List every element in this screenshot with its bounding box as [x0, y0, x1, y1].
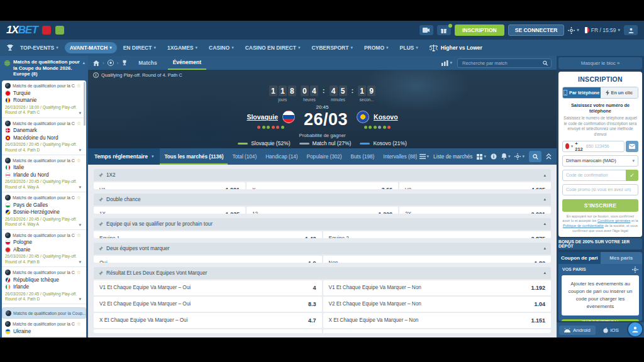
market-header[interactable]: Equipe qui va se qualifier pour le proch… — [94, 218, 551, 230]
bonus-banner[interactable]: BONUS DE 200% SUR VOTRE 1ER DÉPÔT — [558, 238, 642, 250]
hide-block-button[interactable]: Masquer le bloc » — [558, 57, 642, 69]
confirm-code-button[interactable]: ✓ — [626, 170, 638, 181]
tab-matchs[interactable]: Matchs — [133, 56, 162, 70]
brand-logo[interactable]: 1XBET — [6, 24, 38, 36]
sidebar-header[interactable]: Matchs de qualification pour la Coupe du… — [0, 56, 88, 80]
android-app-button[interactable]: Android — [559, 326, 596, 335]
odd-cell[interactable]: Equipe 22.875 — [323, 231, 552, 238]
tab-populaire[interactable]: Populaire (302) — [303, 148, 347, 165]
nav-1xgames[interactable]: 1XGAMES▾ — [162, 42, 203, 53]
match-search[interactable] — [457, 58, 552, 68]
list-item[interactable]: Matchs de qualification pour la Coup...☆… — [2, 230, 86, 267]
market-header[interactable]: Deux équipes vont marquer▴ — [94, 243, 551, 255]
pin-icon[interactable] — [99, 173, 103, 177]
tab-en-un-clic[interactable]: En un clic — [601, 87, 638, 98]
search-icon[interactable] — [543, 60, 548, 66]
search-input[interactable] — [461, 60, 540, 67]
list-item[interactable]: Matchs de qualification pour la Coup...☆… — [2, 118, 86, 155]
currency-select[interactable]: Dirham marocain (MAD)▾ — [562, 155, 638, 167]
odd-cell[interactable]: V2 Et Chaque Equipe Va Marquer – Non1.04 — [323, 297, 552, 312]
star-icon[interactable]: ☆ — [77, 83, 81, 89]
pin-icon[interactable] — [99, 222, 103, 226]
chevron-up-icon[interactable]: ▴ — [543, 221, 546, 226]
pin-icon[interactable] — [99, 246, 103, 251]
star-icon[interactable]: ☆ — [77, 321, 81, 327]
slip-inscription-button[interactable]: INSCRIPTION — [562, 319, 639, 321]
period-selector[interactable]: Temps réglementaire▾ — [88, 148, 160, 165]
market-list-label[interactable]: Liste de marchés — [433, 154, 472, 160]
list-item[interactable]: Matchs de qualification pour la Coup...☆… — [2, 319, 86, 337]
odd-cell[interactable]: 2X2.001 — [399, 207, 551, 214]
terms-link[interactable]: Conditions générales — [597, 219, 631, 222]
home-team-link[interactable]: Slovaquie — [247, 113, 278, 121]
chevron-down-icon[interactable]: ▾ — [571, 144, 574, 149]
tab-evenement[interactable]: Événement — [168, 56, 206, 70]
odd-cell[interactable]: Equipe 11.42 — [94, 231, 322, 238]
scrollbar[interactable] — [84, 82, 86, 126]
odd-cell[interactable]: V2 Et Chaque Equipe Va Marquer – Oui8.3 — [94, 297, 322, 312]
star-icon[interactable]: ☆ — [77, 195, 81, 200]
star-icon[interactable]: ☆ — [77, 233, 81, 238]
pin-icon[interactable] — [99, 271, 103, 275]
trophy-icon[interactable] — [121, 60, 128, 66]
badge-green-icon[interactable] — [55, 26, 64, 35]
list-item[interactable]: Matchs de qualification pour la Coup...☆… — [2, 267, 86, 304]
tab-intervalles[interactable]: Intervalles (88) — [379, 148, 416, 165]
away-team-link[interactable]: Kosovo — [374, 113, 398, 121]
tab-mes-paris[interactable]: Mes paris — [601, 252, 643, 264]
promo-code-input[interactable] — [562, 184, 638, 195]
chevron-down-icon[interactable]: ▾ — [79, 297, 81, 302]
info-button[interactable] — [491, 153, 497, 160]
phone-field[interactable]: ▾ + 212 — [562, 141, 625, 152]
nav-casino-live[interactable]: CASINO EN DIRECT▾ — [240, 42, 306, 53]
register-button[interactable]: S'INSCRIRE — [562, 199, 638, 212]
video-button[interactable] — [419, 25, 433, 35]
phone-input[interactable] — [585, 143, 621, 149]
privacy-link[interactable]: Politique de confidentialité — [563, 224, 604, 228]
alerts-menu[interactable]: ▾ — [501, 153, 511, 160]
list-item-selected[interactable]: Matchs de qualification pour la Coup...☆… — [2, 307, 86, 319]
odd-cell[interactable]: V24.625 — [399, 182, 551, 189]
market-search-button[interactable] — [529, 151, 541, 162]
odd-cell[interactable]: X Et Chaque Equipe Va Marquer – Oui4.7 — [94, 313, 322, 328]
view-menu[interactable]: ▾ — [419, 154, 430, 159]
odd-cell[interactable]: 1X Et Chaque Equipe Va Marquer – Non1.54 — [323, 329, 552, 334]
tab-par-telephone[interactable]: Par téléphone — [563, 87, 601, 98]
ios-app-button[interactable]: iOS — [598, 326, 624, 335]
nav-higher-vs-lower[interactable]: Higher vs Lower — [430, 45, 482, 52]
nav-en-direct[interactable]: EN DIRECT▾ — [118, 42, 161, 53]
odd-cell[interactable]: X3.66 — [247, 182, 398, 189]
list-item[interactable]: Matchs de qualification pour la Coup...☆… — [2, 192, 86, 229]
chevron-up-icon[interactable]: ▴ — [543, 246, 546, 251]
send-sms-button[interactable] — [626, 141, 638, 152]
chevron-down-icon[interactable]: ▾ — [79, 185, 81, 190]
market-header[interactable]: 1X2▴ — [94, 169, 551, 181]
home-icon[interactable] — [93, 60, 99, 66]
nav-promo[interactable]: PROMO▾ — [359, 42, 394, 53]
nav-casino[interactable]: CASINO▾ — [204, 42, 239, 53]
market-header[interactable]: Résultat Et Les Deux Equipes Vont Marque… — [94, 267, 551, 279]
grid-menu[interactable]: ▾ — [477, 154, 486, 160]
inscription-button[interactable]: INSCRIPTION — [455, 25, 504, 36]
nav-plus[interactable]: PLUS▾ — [395, 42, 423, 53]
collapse-all-button[interactable] — [546, 153, 552, 160]
odd-cell[interactable]: Non1.82 — [323, 256, 552, 263]
list-item[interactable]: Matchs de qualification pour la Coup...☆… — [2, 80, 86, 118]
market-header[interactable]: Double chance▴ — [94, 194, 551, 206]
chevron-up-icon[interactable]: ▴ — [82, 60, 85, 66]
odd-cell[interactable]: Oui1.9 — [94, 256, 322, 263]
gift-button[interactable] — [437, 25, 451, 35]
odd-cell[interactable]: X Et Chaque Equipe Va Marquer – Non1.151 — [323, 313, 552, 328]
tab-handicap[interactable]: Handicap (14) — [261, 148, 302, 165]
chevron-up-icon[interactable]: ▴ — [543, 270, 546, 275]
odd-cell[interactable]: V1 Et Chaque Equipe Va Marquer – Non1.19… — [323, 280, 552, 295]
tab-coupon-de-pari[interactable]: Coupon de pari — [558, 252, 601, 264]
confirmation-code-input[interactable] — [562, 170, 628, 181]
odd-cell[interactable]: 1X Et Chaque Equipe Va Marquer – Oui2.32 — [94, 329, 322, 334]
settings-menu[interactable]: ▾ — [568, 27, 579, 34]
gear-icon[interactable] — [632, 266, 638, 273]
chevron-up-icon[interactable]: ▴ — [543, 173, 546, 178]
tab-total[interactable]: Total (104) — [228, 148, 261, 165]
football-icon[interactable] — [108, 60, 114, 66]
nav-top-events[interactable]: TOP-EVENTS▾ — [15, 42, 64, 53]
